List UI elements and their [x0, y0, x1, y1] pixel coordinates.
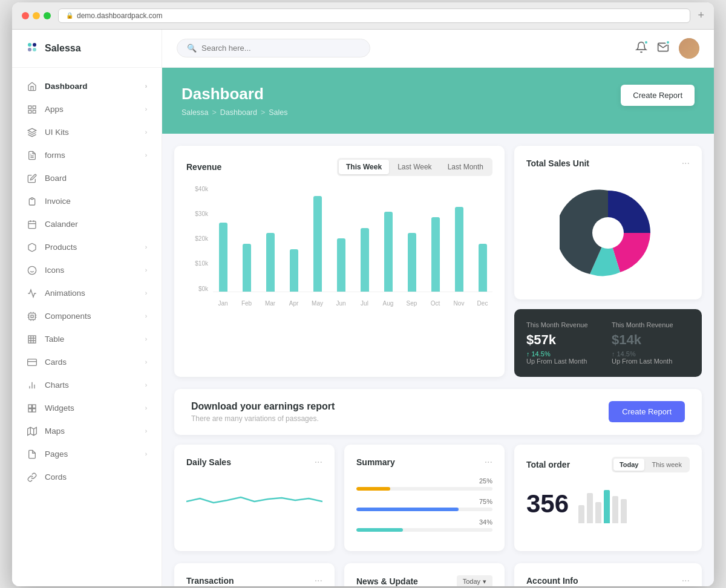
daily-sales-header: Daily Sales ··· [186, 457, 322, 468]
chart-bars [213, 186, 492, 292]
sidebar-item-label: Dashboard [45, 82, 138, 91]
x-label-jun: Jun [331, 300, 351, 307]
create-report-button-2[interactable]: Create Report [609, 401, 685, 422]
news-today-filter[interactable]: Today ▾ [457, 575, 492, 586]
breadcrumb: Salessa > Dashboard > Sales [182, 108, 288, 117]
news-card: News & Update Today ▾ [344, 563, 505, 586]
url-text: demo.dashboardpack.com [77, 11, 162, 20]
chevron-right-icon: › [145, 405, 147, 411]
mail-button[interactable] [657, 41, 669, 56]
account-menu[interactable]: ··· [682, 575, 690, 586]
sidebar-item-calendar[interactable]: Calander [12, 213, 162, 236]
svg-rect-29 [28, 336, 36, 343]
new-tab-button[interactable]: + [698, 9, 704, 22]
notification-button[interactable] [635, 41, 647, 56]
search-input[interactable] [201, 44, 335, 53]
logo-icon [27, 42, 40, 55]
close-button[interactable] [22, 12, 29, 19]
table-icon [27, 334, 38, 345]
chevron-right-icon: › [145, 428, 147, 434]
sidebar-item-dashboard[interactable]: Dashboard › [12, 75, 162, 98]
sidebar-item-animations[interactable]: Animations › [12, 282, 162, 305]
bar-fill-nov [455, 207, 463, 292]
bar-oct [425, 186, 445, 292]
y-label-40k: $40k [186, 186, 208, 192]
svg-point-46 [592, 217, 624, 249]
bar-fill-aug [384, 212, 393, 291]
summary-menu[interactable]: ··· [485, 457, 492, 468]
svg-point-2 [28, 48, 31, 51]
svg-point-16 [28, 266, 36, 274]
map-icon [27, 426, 38, 437]
sidebar-item-products[interactable]: Products › [12, 236, 162, 259]
user-avatar[interactable] [679, 38, 699, 59]
x-label-sep: Sep [402, 300, 422, 307]
pages-icon [27, 449, 38, 460]
bar-fill-apr [290, 249, 298, 292]
sidebar-item-apps[interactable]: Apps › [12, 98, 162, 121]
sidebar-item-cards[interactable]: Cards › [12, 351, 162, 374]
revenue-chart: $40k $30k $20k $10k $0k [186, 186, 492, 307]
chevron-right-icon: › [145, 382, 147, 388]
earnings-banner-card: Download your earnings report There are … [174, 389, 702, 435]
revenue-card: Revenue This Week Last Week Last Month $… [174, 146, 505, 377]
chart-y-labels: $40k $30k $20k $10k $0k [186, 186, 208, 292]
rev-stat-right: This Month Revenue $14k ↑ 14.5% Up From … [612, 321, 690, 365]
svg-rect-11 [31, 198, 33, 200]
total-sales-menu[interactable]: ··· [682, 158, 690, 169]
search-input-wrap[interactable]: 🔍 [177, 39, 370, 57]
daily-sales-menu[interactable]: ··· [315, 457, 322, 468]
tab-this-week[interactable]: This Week [339, 160, 389, 174]
svg-marker-8 [28, 128, 36, 132]
bar-may [307, 186, 327, 292]
sidebar-item-components[interactable]: Components › [12, 305, 162, 328]
sidebar-item-ui-kits[interactable]: UI Kits › [12, 121, 162, 144]
sidebar-item-table[interactable]: Table › [12, 328, 162, 351]
sidebar-item-label: Cards [45, 358, 138, 367]
chevron-right-icon: › [145, 290, 147, 296]
rev-stat-value-1: $57k [526, 332, 604, 348]
total-sales-title: Total Sales Unit [526, 158, 589, 168]
sidebar-item-icons[interactable]: Icons › [12, 259, 162, 282]
create-report-button[interactable]: Create Report [621, 85, 695, 106]
revenue-tabs: This Week Last Week Last Month [337, 158, 492, 176]
mini-bar-2 [587, 493, 593, 523]
tab-today[interactable]: Today [613, 459, 645, 471]
sidebar-item-widgets[interactable]: Widgets › [12, 397, 162, 420]
account-info-header: Account Info ··· [526, 575, 690, 586]
sidebar-item-label: Apps [45, 105, 138, 114]
sidebar-item-maps[interactable]: Maps › [12, 420, 162, 443]
summary-card: Summary ··· 25% [344, 445, 505, 551]
rev-stat-value-2: $14k [612, 332, 690, 348]
bar-mar [260, 186, 280, 292]
bar-fill-mar [266, 233, 275, 291]
minimize-button[interactable] [33, 12, 40, 19]
chevron-right-icon: › [145, 152, 147, 158]
sidebar-item-board[interactable]: Board [12, 167, 162, 190]
sidebar-item-forms[interactable]: forms › [12, 144, 162, 167]
url-bar[interactable]: 🔒 demo.dashboardpack.com [58, 8, 690, 23]
y-label-20k: $20k [186, 235, 208, 242]
maximize-button[interactable] [44, 12, 51, 19]
mini-bar-6 [621, 499, 627, 523]
sidebar-item-cords[interactable]: Cords [12, 466, 162, 489]
bar-feb [237, 186, 257, 292]
edit-icon [27, 173, 38, 184]
earnings-banner-title: Download your earnings report [191, 401, 335, 412]
transaction-menu[interactable]: ··· [315, 575, 322, 586]
tab-this-week[interactable]: This week [646, 459, 688, 471]
tab-last-month[interactable]: Last Month [440, 160, 491, 174]
x-label-mar: Mar [260, 300, 280, 307]
progress-bar-bg-1 [356, 487, 492, 491]
sidebar-item-invoice[interactable]: Invoice [12, 190, 162, 213]
sidebar-item-pages[interactable]: Pages › [12, 443, 162, 466]
pie-chart-wrap [526, 178, 690, 287]
total-order-card: Total order Today This week 356 [514, 445, 702, 551]
bar-chart-icon [27, 380, 38, 391]
tab-last-week[interactable]: Last Week [390, 160, 439, 174]
sidebar-item-label: Pages [45, 449, 138, 459]
progress-bar-bg-2 [356, 508, 492, 511]
sidebar-item-charts[interactable]: Charts › [12, 374, 162, 397]
logo-text: Salessa [45, 43, 81, 54]
svg-rect-40 [33, 405, 36, 408]
